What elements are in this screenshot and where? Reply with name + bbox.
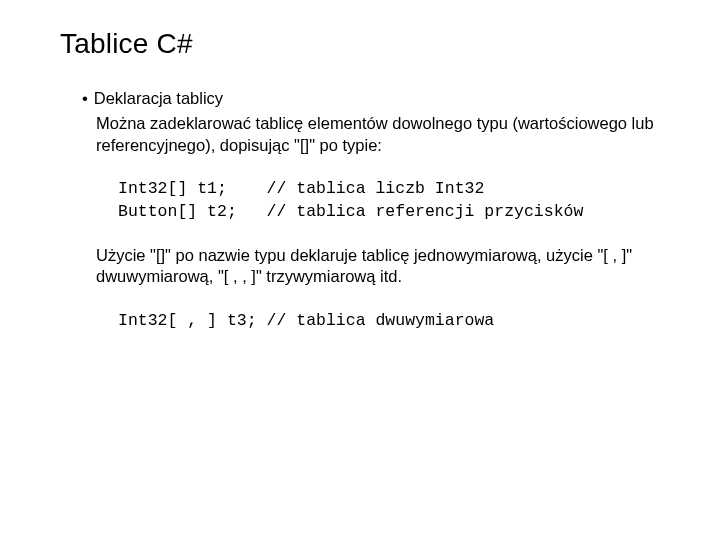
bullet-body: Deklaracja tablicy [94, 88, 223, 113]
para-dimensions: Użycie "[]" po nazwie typu deklaruje tab… [96, 245, 660, 288]
slide-title: Tablice C# [60, 28, 660, 60]
para-declaration-desc: Można zadeklarować tablicę elementów dow… [96, 113, 660, 156]
slide-content: • Deklaracja tablicy Można zadeklarować … [60, 88, 660, 332]
code-block-2: Int32[ , ] t3; // tablica dwuwymiarowa [118, 310, 660, 332]
para-declaration-heading: Deklaracja tablicy [94, 88, 223, 109]
slide: Tablice C# • Deklaracja tablicy Można za… [0, 0, 720, 540]
bullet-icon: • [82, 88, 88, 109]
bullet-item: • Deklaracja tablicy [82, 88, 660, 113]
code-block-1: Int32[] t1; // tablica liczb Int32 Butto… [118, 178, 660, 223]
